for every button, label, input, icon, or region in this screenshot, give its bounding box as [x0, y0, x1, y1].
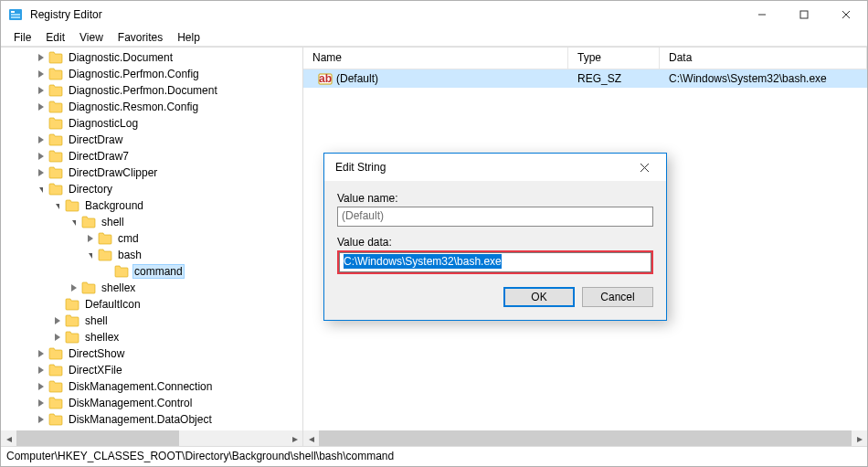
tree-node-label[interactable]: cmd	[116, 231, 141, 246]
ok-button[interactable]: OK	[503, 287, 575, 307]
tree-node-label[interactable]: DiagnosticLog	[67, 116, 140, 131]
expand-icon[interactable]	[34, 396, 48, 410]
menu-edit[interactable]: Edit	[38, 29, 72, 46]
menu-file[interactable]: File	[6, 29, 38, 46]
tree-node[interactable]: DirectXFile	[1, 362, 302, 378]
tree-spacer	[50, 297, 65, 312]
tree-node-label[interactable]: Background	[83, 198, 145, 213]
expand-icon[interactable]	[34, 379, 48, 394]
tree-node-label[interactable]: shellex	[100, 281, 137, 295]
scroll-track[interactable]	[16, 430, 287, 446]
tree-node-label[interactable]: DiskManagement.Control	[67, 396, 194, 410]
expand-icon[interactable]	[34, 363, 48, 377]
dialog-close-button[interactable]	[626, 154, 662, 180]
scroll-track[interactable]	[319, 430, 852, 446]
tree-node[interactable]: DirectDraw	[1, 132, 302, 148]
menu-help[interactable]: Help	[170, 29, 207, 46]
value-data-field[interactable]: C:\Windows\System32\bash.exe	[339, 252, 651, 272]
tree-node-label[interactable]: Directory	[67, 182, 114, 196]
tree-node[interactable]: command	[1, 263, 302, 280]
tree-node[interactable]: bash	[1, 247, 302, 263]
tree-node[interactable]: DirectDrawClipper	[1, 165, 302, 181]
scroll-right-icon[interactable]: ▸	[287, 430, 302, 446]
tree-node-label[interactable]: DirectDraw	[67, 133, 124, 147]
scroll-right-icon[interactable]: ▸	[852, 430, 867, 446]
tree-node[interactable]: Diagnostic.Perfmon.Document	[1, 82, 302, 99]
titlebar: Registry Editor	[1, 1, 867, 28]
expand-icon[interactable]	[34, 50, 48, 65]
tree-node-label[interactable]: DefaultIcon	[83, 297, 143, 312]
value-row[interactable]: ab(Default)REG_SZC:\Windows\System32\bas…	[303, 69, 867, 88]
column-data[interactable]: Data	[660, 48, 867, 69]
tree-node[interactable]: DiagnosticLog	[1, 115, 302, 132]
collapse-icon[interactable]	[34, 182, 48, 196]
tree-node[interactable]: shell	[1, 313, 302, 329]
tree-node[interactable]: Diagnostic.Document	[1, 49, 302, 66]
tree-node-label[interactable]: command	[132, 264, 185, 279]
menu-view[interactable]: View	[72, 29, 111, 46]
scroll-left-icon[interactable]: ◂	[1, 430, 16, 446]
expand-icon[interactable]	[34, 133, 48, 147]
tree-node[interactable]: DiskManagement.Control	[1, 395, 302, 411]
menu-favorites[interactable]: Favorites	[111, 29, 170, 46]
tree-node[interactable]: shell	[1, 214, 302, 230]
tree-node[interactable]: Diagnostic.Perfmon.Config	[1, 66, 302, 82]
expand-icon[interactable]	[34, 100, 48, 114]
tree-node[interactable]: Directory	[1, 181, 302, 197]
expand-icon[interactable]	[67, 281, 81, 295]
tree-node-label[interactable]: shellex	[83, 330, 121, 345]
expand-icon[interactable]	[34, 412, 48, 427]
tree-node[interactable]: DiskManagement.Connection	[1, 378, 302, 395]
expand-icon[interactable]	[34, 149, 48, 164]
collapse-icon[interactable]	[50, 198, 65, 213]
tree-node[interactable]: DirectDraw7	[1, 148, 302, 165]
tree-node-label[interactable]: Diagnostic.Perfmon.Document	[67, 83, 219, 98]
tree-node-label[interactable]: DiskManagement.Connection	[67, 379, 214, 394]
tree-node[interactable]: Diagnostic.Resmon.Config	[1, 99, 302, 115]
expand-icon[interactable]	[50, 330, 65, 345]
horizontal-scrollbar[interactable]: ◂ ▸	[1, 430, 302, 446]
folder-icon	[65, 314, 79, 327]
tree-node-label[interactable]: shell	[83, 313, 110, 328]
collapse-icon[interactable]	[67, 215, 81, 229]
expand-icon[interactable]	[34, 346, 48, 361]
horizontal-scrollbar[interactable]: ◂ ▸	[303, 430, 867, 446]
maximize-button[interactable]	[783, 1, 825, 28]
expand-icon[interactable]	[83, 231, 98, 246]
value-name-field[interactable]: (Default)	[337, 207, 653, 227]
column-name[interactable]: Name	[303, 48, 568, 69]
tree-node-label[interactable]: DirectDraw7	[67, 149, 131, 164]
folder-icon	[48, 68, 63, 80]
tree-node[interactable]: shellex	[1, 329, 302, 345]
expand-icon[interactable]	[50, 313, 65, 328]
tree-node-label[interactable]: DiskManagement.DataObject	[67, 412, 214, 427]
tree-node-label[interactable]: Diagnostic.Perfmon.Config	[67, 67, 201, 81]
expand-icon[interactable]	[34, 165, 48, 180]
minimize-button[interactable]	[741, 1, 783, 28]
tree-node[interactable]: shellex	[1, 280, 302, 296]
tree-node[interactable]: DirectShow	[1, 345, 302, 362]
scroll-thumb[interactable]	[319, 430, 852, 446]
collapse-icon[interactable]	[83, 248, 98, 262]
tree-node-label[interactable]: DirectShow	[67, 346, 126, 361]
tree-node-label[interactable]: Diagnostic.Document	[67, 50, 175, 65]
tree-node[interactable]: Background	[1, 197, 302, 214]
tree-node-label[interactable]: Diagnostic.Resmon.Config	[67, 100, 200, 114]
tree-node[interactable]: DiskManagement.DataObject	[1, 411, 302, 428]
tree-node[interactable]: cmd	[1, 230, 302, 247]
close-button[interactable]	[825, 1, 867, 28]
window-title: Registry Editor	[30, 8, 741, 21]
tree-node-label[interactable]: bash	[116, 248, 143, 262]
scroll-left-icon[interactable]: ◂	[303, 430, 319, 446]
column-type[interactable]: Type	[568, 48, 660, 69]
tree-node[interactable]: DefaultIcon	[1, 296, 302, 313]
dialog-titlebar[interactable]: Edit String	[324, 154, 666, 181]
expand-icon[interactable]	[34, 67, 48, 81]
tree-node-label[interactable]: DirectXFile	[67, 363, 124, 377]
cancel-button[interactable]: Cancel	[582, 287, 653, 307]
tree-node-label[interactable]: DirectDrawClipper	[67, 165, 159, 180]
tree-node-label[interactable]: shell	[100, 215, 126, 229]
expand-icon[interactable]	[34, 83, 48, 98]
registry-tree[interactable]: Diagnostic.DocumentDiagnostic.Perfmon.Co…	[1, 48, 302, 430]
scroll-thumb[interactable]	[16, 430, 179, 446]
